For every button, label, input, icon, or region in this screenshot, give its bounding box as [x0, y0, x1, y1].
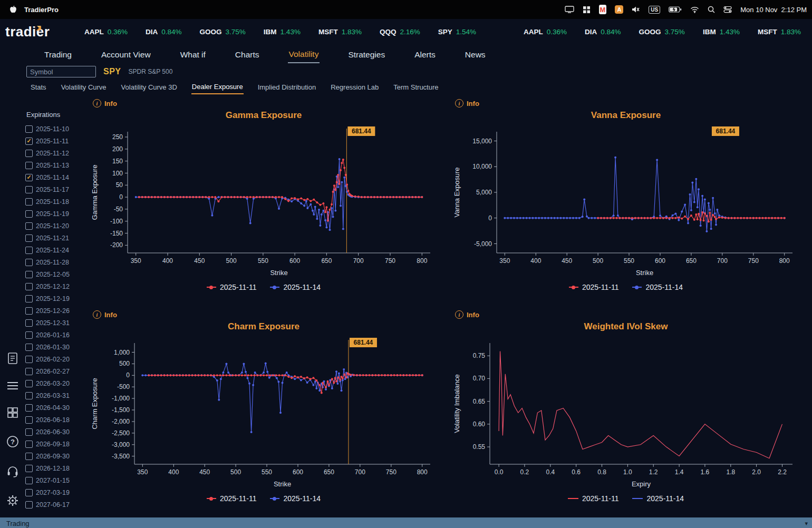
legend-item-2025-11-14[interactable]: 2025-11-14: [270, 494, 321, 503]
chart-plot-vanna[interactable]: -5,00005,00010,00015,0003504004505005506…: [452, 122, 800, 280]
expiration-checkbox[interactable]: [25, 344, 33, 351]
nav-tab-account-view[interactable]: Account View: [100, 46, 152, 63]
expiration-row-2026-03-31[interactable]: 2026-03-31: [25, 389, 88, 402]
expiration-row-2026-01-30[interactable]: 2026-01-30: [25, 341, 88, 353]
expiration-checkbox[interactable]: [25, 247, 33, 254]
apple-menu-icon[interactable]: [9, 5, 17, 14]
expiration-row-2025-11-28[interactable]: 2025-11-28: [25, 256, 88, 268]
info-button-gamma[interactable]: iInfo: [90, 98, 117, 109]
legend-item-2025-11-11[interactable]: 2025-11-11: [568, 494, 619, 503]
expiration-checkbox[interactable]: [25, 331, 33, 339]
expiration-checkbox[interactable]: [25, 441, 33, 448]
legend-item-2025-11-14[interactable]: 2025-11-14: [632, 283, 683, 291]
app-icon[interactable]: A: [615, 5, 623, 14]
chart-plot-gamma[interactable]: -200-150-100-500501001502002503504004505…: [90, 122, 438, 280]
ticker-item-goog[interactable]: GOOG3.75%: [200, 28, 246, 36]
expiration-row-2027-06-17[interactable]: 2027-06-17: [25, 498, 88, 511]
nav-tab-alerts[interactable]: Alerts: [413, 46, 437, 63]
input-source-us[interactable]: US: [649, 6, 660, 14]
help-icon[interactable]: ?: [6, 435, 19, 450]
expiration-row-2026-02-20[interactable]: 2026-02-20: [25, 353, 88, 365]
expiration-row-2025-12-26[interactable]: 2025-12-26: [25, 305, 88, 317]
subtab-term-structure[interactable]: Term Structure: [393, 80, 439, 94]
expiration-checkbox[interactable]: [25, 283, 33, 290]
expiration-checkbox[interactable]: [25, 162, 33, 169]
expiration-row-2025-11-20[interactable]: 2025-11-20: [25, 220, 88, 232]
expiration-checkbox[interactable]: [25, 186, 33, 193]
nav-tab-what-if[interactable]: What if: [179, 46, 207, 63]
expiration-checkbox[interactable]: [25, 368, 33, 375]
expiration-row-2026-09-30[interactable]: 2026-09-30: [25, 450, 88, 462]
ticker-item-spy[interactable]: SPY1.54%: [438, 28, 476, 36]
expiration-checkbox[interactable]: [25, 416, 33, 424]
expiration-checkbox[interactable]: [25, 210, 33, 218]
expiration-checkbox[interactable]: [25, 489, 33, 496]
expiration-row-2026-03-20[interactable]: 2026-03-20: [25, 377, 88, 389]
status-caret-icon[interactable]: ▾: [805, 520, 808, 527]
nav-tab-news[interactable]: News: [464, 46, 487, 63]
ticker-item-ibm[interactable]: IBM1.43%: [264, 28, 301, 36]
subtab-volatility-curve[interactable]: Volatility Curve: [61, 80, 107, 94]
legend-item-2025-11-11[interactable]: 2025-11-11: [207, 494, 257, 503]
expiration-row-2026-02-27[interactable]: 2026-02-27: [25, 365, 88, 377]
expiration-row-2025-12-12[interactable]: 2025-12-12: [25, 280, 88, 292]
expiration-checkbox[interactable]: [25, 234, 33, 242]
expiration-row-2025-11-13[interactable]: 2025-11-13: [25, 159, 88, 171]
legend-item-2025-11-11[interactable]: 2025-11-11: [569, 283, 619, 291]
expiration-checkbox[interactable]: [25, 222, 33, 230]
symbol-input[interactable]: [26, 66, 96, 77]
wifi-icon[interactable]: [690, 5, 699, 14]
subtab-implied-distribution[interactable]: Implied Distribution: [257, 80, 317, 94]
expiration-checkbox[interactable]: [25, 125, 33, 133]
battery-charging-icon[interactable]: [669, 5, 682, 14]
ticker-item-msft[interactable]: MSFT1.83%: [318, 28, 362, 36]
mute-icon[interactable]: [632, 5, 640, 14]
screen-mirroring-icon[interactable]: [565, 5, 574, 14]
expiration-row-2026-09-18[interactable]: 2026-09-18: [25, 438, 88, 450]
ticker-item-aapl[interactable]: AAPL0.36%: [524, 28, 567, 36]
expiration-checkbox[interactable]: [25, 501, 33, 509]
expiration-checkbox[interactable]: [25, 319, 33, 327]
subtab-stats[interactable]: Stats: [30, 80, 47, 94]
expiration-checkbox[interactable]: ✓: [25, 174, 33, 181]
expiration-checkbox[interactable]: [25, 465, 33, 472]
expiration-row-2026-06-18[interactable]: 2026-06-18: [25, 414, 88, 426]
expiration-checkbox[interactable]: [25, 295, 33, 302]
info-button-vanna[interactable]: iInfo: [452, 98, 479, 109]
nav-tab-volatility[interactable]: Volatility: [288, 45, 320, 63]
expiration-row-2025-12-19[interactable]: 2025-12-19: [25, 292, 88, 305]
expiration-checkbox[interactable]: ✓: [25, 138, 33, 145]
menu-icon[interactable]: [7, 382, 18, 392]
legend-item-2025-11-14[interactable]: 2025-11-14: [270, 283, 321, 291]
nav-tab-strategies[interactable]: Strategies: [347, 46, 386, 63]
expiration-row-2025-11-11[interactable]: ✓2025-11-11: [25, 135, 88, 147]
headset-icon[interactable]: [6, 465, 19, 480]
expiration-checkbox[interactable]: [25, 356, 33, 363]
expiration-row-2026-06-30[interactable]: 2026-06-30: [25, 426, 88, 438]
expiration-checkbox[interactable]: [25, 477, 33, 484]
expiration-row-2026-04-30[interactable]: 2026-04-30: [25, 402, 88, 414]
expiration-checkbox[interactable]: [25, 271, 33, 278]
ticker-item-aapl[interactable]: AAPL0.36%: [84, 28, 128, 36]
nav-tab-charts[interactable]: Charts: [234, 46, 260, 63]
expiration-row-2026-01-16[interactable]: 2026-01-16: [25, 329, 88, 341]
subtab-dealer-exposure[interactable]: Dealer Exposure: [191, 80, 244, 94]
subtab-volatility-curve-3d[interactable]: Volatility Curve 3D: [121, 80, 178, 94]
chart-plot-charm[interactable]: -3,500-3,000-2,500-2,000-1,500-1,000-500…: [90, 334, 438, 492]
expiration-row-2025-11-14[interactable]: ✓2025-11-14: [25, 171, 88, 183]
document-icon[interactable]: [7, 352, 18, 367]
gmail-icon[interactable]: M: [599, 5, 607, 14]
expiration-row-2025-11-18[interactable]: 2025-11-18: [25, 195, 88, 208]
legend-item-2025-11-14[interactable]: 2025-11-14: [632, 494, 684, 503]
expiration-checkbox[interactable]: [25, 198, 33, 206]
expiration-row-2025-12-31[interactable]: 2025-12-31: [25, 317, 88, 329]
expiration-row-2025-11-21[interactable]: 2025-11-21: [25, 232, 88, 244]
spotlight-search-icon[interactable]: [708, 5, 715, 14]
info-button-skew[interactable]: iInfo: [452, 309, 479, 320]
subtab-regression-lab[interactable]: Regression Lab: [330, 80, 379, 94]
ticker-item-msft[interactable]: MSFT1.83%: [758, 28, 801, 36]
settings-gear-icon[interactable]: [6, 494, 19, 509]
expiration-row-2027-03-19[interactable]: 2027-03-19: [25, 486, 88, 498]
ticker-item-dia[interactable]: DIA0.84%: [585, 28, 621, 36]
legend-item-2025-11-11[interactable]: 2025-11-11: [207, 283, 257, 291]
